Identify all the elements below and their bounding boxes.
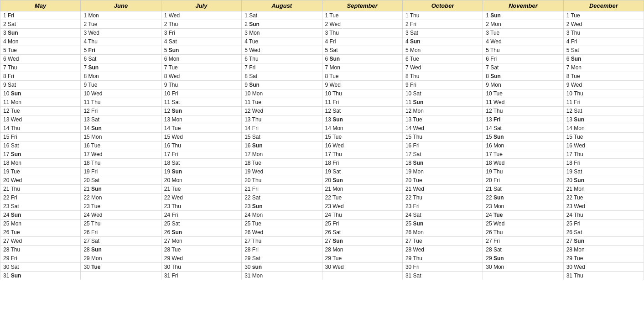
calendar-cell: 21 Fri [242, 185, 322, 194]
calendar-cell: 9 Fri [402, 81, 483, 89]
calendar-cell: 12 Tue [0, 107, 81, 115]
calendar-cell: 2 Wed [563, 20, 644, 29]
month-header-october: October [402, 0, 483, 11]
calendar-cell: 12 Fri [81, 107, 161, 115]
calendar-cell: 4 Thu [81, 37, 161, 46]
calendar-cell: 25 Thu [81, 220, 161, 228]
calendar-cell: 23 Sat [0, 202, 81, 211]
calendar-cell: 19 Sun [161, 168, 241, 176]
calendar-row: 21 Thu21 Sun21 Tue21 Fri21 Mon21 Wed21 S… [0, 185, 644, 194]
calendar-cell: 22 Thu [402, 194, 483, 202]
calendar-row: 30 Sat30 Tue30 Thu30 sun30 Wed30 Fri30 M… [0, 263, 644, 272]
calendar-cell: 28 Thu [0, 246, 81, 254]
calendar-cell: 22 Wed [161, 194, 241, 202]
calendar-cell: 24 Mon [242, 211, 322, 220]
calendar-row: 25 Mon25 Thu25 Sat25 Tue25 Fri25 Sun25 W… [0, 220, 644, 228]
calendar-row: 24 Sun24 Wed24 Fri24 Mon24 Thu24 Sat24 T… [0, 211, 644, 220]
calendar-cell: 23 Mon [483, 202, 563, 211]
calendar-cell: 1 Thu [402, 11, 483, 20]
calendar-cell: 17 Tue [483, 150, 563, 159]
calendar-cell: 18 Sat [161, 159, 241, 168]
month-header-november: November [483, 0, 563, 11]
calendar-cell: 24 Thu [322, 211, 402, 220]
calendar-cell: 8 Tue [563, 72, 644, 81]
calendar-cell: 6 Thu [242, 55, 322, 63]
calendar-cell: 1 Tue [563, 11, 644, 20]
calendar-cell: 20 Tue [402, 176, 483, 185]
calendar-cell: 25 Wed [483, 220, 563, 228]
calendar-row: 18 Mon18 Thu18 Sat18 Tue18 Fri18 Sun18 W… [0, 159, 644, 168]
calendar-row: 31 Sun31 Fri31 Mon31 Sat31 Thu [0, 272, 644, 280]
calendar-cell: 17 Mon [242, 150, 322, 159]
calendar-cell: 23 Sun [242, 202, 322, 211]
calendar-cell: 9 Sat [0, 81, 81, 89]
calendar-cell: 17 Sun [0, 150, 81, 159]
calendar-row: 4 Mon4 Thu4 Sat4 Tue4 Fri4 Sun4 Wed4 Fri [0, 37, 644, 46]
calendar-cell: 20 Fri [483, 176, 563, 185]
calendar-cell: 13 Fri [483, 115, 563, 124]
calendar-cell: 10 Thu [563, 89, 644, 98]
calendar-cell: 31 Thu [563, 272, 644, 280]
calendar-cell: 3 Wed [81, 29, 161, 37]
calendar-cell: 26 Sun [161, 228, 241, 237]
calendar-cell: 31 Sat [402, 272, 483, 280]
calendar-cell: 10 Fri [161, 89, 241, 98]
calendar-cell: 30 Mon [483, 263, 563, 272]
calendar-cell: 30 Sat [0, 263, 81, 272]
calendar-cell: 4 Fri [563, 37, 644, 46]
calendar-cell: 30 Fri [402, 263, 483, 272]
calendar-cell: 29 Mon [81, 254, 161, 263]
calendar-cell: 3 Mon [242, 29, 322, 37]
calendar-cell: 22 Sat [242, 194, 322, 202]
calendar-cell: 27 Fri [483, 237, 563, 246]
calendar-cell: 27 Sat [81, 237, 161, 246]
calendar-cell: 14 Tue [161, 124, 241, 133]
calendar-row: 29 Fri29 Mon29 Wed29 Sat29 Tue29 Thu29 S… [0, 254, 644, 263]
calendar-cell: 27 Mon [161, 237, 241, 246]
calendar-cell: 12 Mon [402, 107, 483, 115]
calendar-cell: 14 Mon [322, 124, 402, 133]
calendar-row: 19 Tue19 Fri19 Sun19 Wed19 Sat19 Mon19 T… [0, 168, 644, 176]
calendar-cell: 27 Sun [563, 237, 644, 246]
calendar-cell: 9 Thu [161, 81, 241, 89]
calendar-cell: 12 Wed [242, 107, 322, 115]
calendar-cell: 12 Sat [563, 107, 644, 115]
calendar-cell: 1 Sun [483, 11, 563, 20]
calendar-cell: 10 Mon [242, 89, 322, 98]
calendar-cell: 20 Sat [81, 176, 161, 185]
calendar-cell: 18 Thu [81, 159, 161, 168]
calendar-cell: 30 Wed [563, 263, 644, 272]
calendar-cell: 20 Sun [563, 176, 644, 185]
calendar-row: 8 Fri8 Mon8 Wed8 Sat8 Tue8 Thu8 Sun8 Tue [0, 72, 644, 81]
calendar-cell: 20 Sun [322, 176, 402, 185]
calendar-cell: 18 Mon [0, 159, 81, 168]
calendar-cell: 8 Wed [161, 72, 241, 81]
calendar-cell: 16 Mon [483, 141, 563, 150]
calendar-cell: 29 Fri [0, 254, 81, 263]
calendar-cell: 19 Thu [483, 168, 563, 176]
calendar-cell: 14 Thu [0, 124, 81, 133]
calendar-cell: 11 Fri [322, 98, 402, 107]
calendar-row: 14 Thu14 Sun14 Tue14 Fri14 Mon14 Wed14 S… [0, 124, 644, 133]
calendar-cell: 4 Sun [402, 37, 483, 46]
calendar-cell: 3 Thu [322, 29, 402, 37]
calendar-cell: 28 Mon [563, 246, 644, 254]
calendar-table: MayJuneJulyAugustSeptemberOctoberNovembe… [0, 0, 644, 280]
calendar-cell: 29 Sat [242, 254, 322, 263]
calendar-cell: 6 Mon [161, 55, 241, 63]
calendar-cell: 19 Sat [563, 168, 644, 176]
calendar-cell: 21 Wed [402, 185, 483, 194]
calendar-cell: 18 Fri [322, 159, 402, 168]
calendar-cell: 4 Mon [0, 37, 81, 46]
calendar-cell: 11 Wed [483, 98, 563, 107]
calendar-cell: 9 Tue [81, 81, 161, 89]
calendar-cell: 19 Sat [322, 168, 402, 176]
calendar-cell: 8 Tue [322, 72, 402, 81]
calendar-cell: 17 Thu [563, 150, 644, 159]
calendar-cell: 27 Thu [242, 237, 322, 246]
calendar-cell: 8 Mon [81, 72, 161, 81]
calendar-cell: 23 Tue [81, 202, 161, 211]
calendar-cell: 11 Sat [161, 98, 241, 107]
calendar-cell: 7 Fri [242, 63, 322, 72]
calendar-cell: 16 Sat [0, 141, 81, 150]
